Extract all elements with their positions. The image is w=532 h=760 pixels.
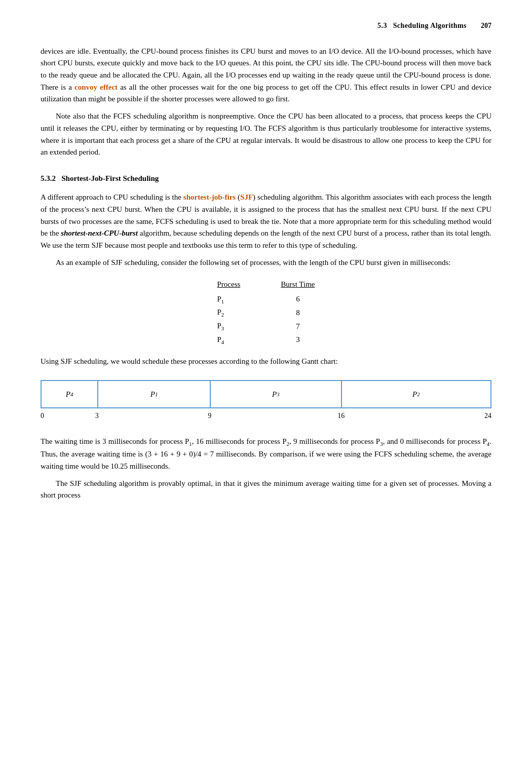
gantt-tick-24: 24 [484, 410, 491, 422]
section-title: Shortest-Job-First Scheduling [61, 174, 159, 182]
process-p2: P2 [197, 306, 261, 320]
gantt-chart-container: P4 P1 P3 P2 0 3 9 16 24 [41, 380, 491, 422]
paragraph-1: devices are idle. Eventually, the CPU-bo… [41, 46, 491, 105]
table-header-burst: Burst Time [260, 278, 335, 292]
gantt-cell-p3: P3 [211, 381, 342, 407]
section-532-heading: 5.3.2 Shortest-Job-First Scheduling [41, 173, 491, 184]
convoy-effect-link[interactable]: convoy effect [74, 83, 118, 91]
table-header-process: Process [197, 278, 261, 292]
page-number: 207 [481, 20, 491, 31]
gantt-chart: P4 P1 P3 P2 [41, 380, 491, 408]
burst-p4: 3 [260, 333, 335, 347]
process-p1: P1 [197, 293, 261, 307]
process-table: Process Burst Time P1 6 P2 8 P3 7 P4 3 [197, 278, 335, 347]
p5-text: Using SJF scheduling, we would schedule … [41, 357, 338, 365]
table-row: P4 3 [197, 333, 335, 347]
header-section-title: Scheduling Algorithms [393, 22, 467, 29]
sjf-abbr-link[interactable]: SJF [240, 193, 253, 201]
sjf-link[interactable]: shortest-job-firs [183, 193, 236, 201]
p3-pre: A different approach to CPU scheduling i… [41, 193, 183, 201]
gantt-label-row: 0 3 9 16 24 [41, 410, 491, 422]
paragraph-2: Note also that the FCFS scheduling algor… [41, 110, 491, 159]
burst-p2: 8 [260, 306, 335, 320]
p2-text: Note also that the FCFS scheduling algor… [41, 112, 491, 156]
page-header: 5.3 Scheduling Algorithms 207 [41, 20, 491, 31]
table-row: P2 8 [197, 306, 335, 320]
gantt-tick-0: 0 [41, 410, 44, 422]
section-num: 5.3.2 [41, 174, 56, 182]
paragraph-5: Using SJF scheduling, we would schedule … [41, 356, 491, 368]
table-row: P1 6 [197, 293, 335, 307]
header-section-num: 5.3 [377, 22, 387, 29]
p3-italic: shortest-next-CPU-burst [61, 229, 138, 237]
gantt-tick-9: 9 [208, 410, 211, 422]
paragraph-6: The waiting time is 3 milliseconds for p… [41, 436, 491, 472]
gantt-tick-16: 16 [337, 410, 345, 422]
paragraph-4: As an example of SJF scheduling, conside… [41, 257, 491, 269]
table-row: P3 7 [197, 320, 335, 333]
process-p4: P4 [197, 333, 261, 347]
gantt-tick-3: 3 [95, 410, 99, 422]
burst-p1: 6 [260, 293, 335, 307]
paragraph-3: A different approach to CPU scheduling i… [41, 192, 491, 251]
gantt-cell-p2: P2 [342, 381, 490, 407]
paragraph-7: The SJF scheduling algorithm is provably… [41, 478, 491, 502]
process-p3: P3 [197, 320, 261, 333]
gantt-cell-p4: P4 [42, 381, 98, 407]
gantt-cell-p1: P1 [98, 381, 211, 407]
p4-text: As an example of SJF scheduling, conside… [56, 258, 450, 267]
header-section: 5.3 Scheduling Algorithms [377, 20, 467, 31]
p7-text: The SJF scheduling algorithm is provably… [41, 479, 491, 500]
burst-p3: 7 [260, 320, 335, 333]
